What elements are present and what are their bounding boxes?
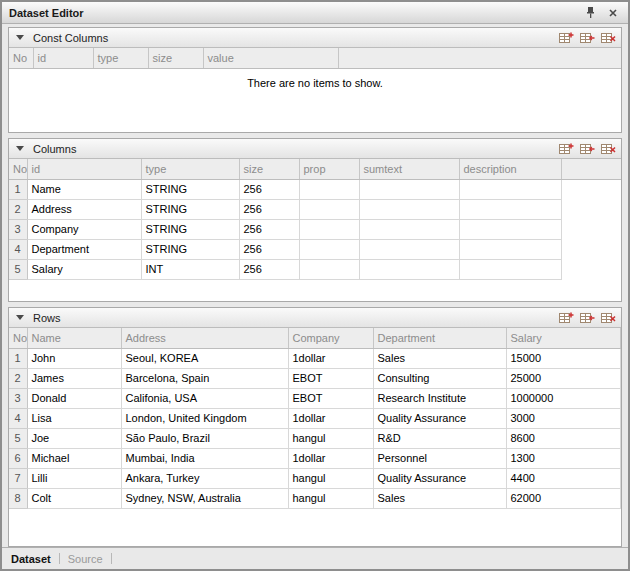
cell[interactable]: 15000 bbox=[506, 348, 621, 368]
column-header-description[interactable]: description bbox=[459, 159, 561, 179]
cell[interactable] bbox=[359, 239, 459, 259]
section-header-const-columns[interactable]: Const Columns bbox=[9, 28, 621, 48]
pin-icon[interactable] bbox=[582, 5, 598, 20]
cell[interactable]: 1dollar bbox=[288, 448, 373, 468]
cell[interactable]: Company bbox=[27, 219, 141, 239]
row-number-cell[interactable]: 4 bbox=[9, 408, 27, 428]
cell[interactable]: London, United Kingdom bbox=[121, 408, 288, 428]
cell[interactable]: Colt bbox=[27, 488, 121, 508]
column-header-id[interactable]: id bbox=[33, 48, 93, 68]
delete-row-icon[interactable] bbox=[599, 310, 617, 326]
chevron-down-icon[interactable] bbox=[13, 142, 27, 156]
cell[interactable] bbox=[459, 259, 561, 279]
table-row[interactable]: 2AddressSTRING256 bbox=[9, 199, 621, 219]
cell[interactable] bbox=[359, 179, 459, 199]
cell[interactable]: 1dollar bbox=[288, 408, 373, 428]
cell[interactable]: 256 bbox=[239, 259, 299, 279]
insert-row-icon[interactable] bbox=[578, 30, 596, 46]
section-header-columns[interactable]: Columns bbox=[9, 139, 621, 159]
column-header-no[interactable]: No bbox=[9, 159, 27, 179]
titlebar[interactable]: Dataset Editor bbox=[2, 2, 628, 24]
chevron-down-icon[interactable] bbox=[13, 311, 27, 325]
column-header-department[interactable]: Department bbox=[373, 328, 506, 348]
cell[interactable]: 256 bbox=[239, 179, 299, 199]
table-row[interactable]: 2JamesBarcelona, SpainEBOTConsulting2500… bbox=[9, 368, 621, 388]
cell[interactable]: Sales bbox=[373, 488, 506, 508]
cell[interactable]: EBOT bbox=[288, 368, 373, 388]
column-header-company[interactable]: Company bbox=[288, 328, 373, 348]
row-number-cell[interactable]: 1 bbox=[9, 348, 27, 368]
cell[interactable]: Salary bbox=[27, 259, 141, 279]
cell[interactable]: Address bbox=[27, 199, 141, 219]
insert-row-icon[interactable] bbox=[578, 310, 596, 326]
cell[interactable]: hangul bbox=[288, 488, 373, 508]
cell[interactable] bbox=[459, 179, 561, 199]
row-number-cell[interactable]: 3 bbox=[9, 219, 27, 239]
cell[interactable]: Mumbai, India bbox=[121, 448, 288, 468]
close-icon[interactable] bbox=[605, 5, 621, 20]
cell[interactable]: Quality Assurance bbox=[373, 468, 506, 488]
column-header-size[interactable]: size bbox=[148, 48, 203, 68]
row-number-cell[interactable]: 2 bbox=[9, 368, 27, 388]
cell[interactable]: Seoul, KOREA bbox=[121, 348, 288, 368]
insert-row-icon[interactable] bbox=[578, 141, 596, 157]
row-number-cell[interactable]: 5 bbox=[9, 259, 27, 279]
table-row[interactable]: 3DonaldCalifonia, USAEBOTResearch Instit… bbox=[9, 388, 621, 408]
delete-row-icon[interactable] bbox=[599, 141, 617, 157]
cell[interactable]: Lilli bbox=[27, 468, 121, 488]
cell[interactable] bbox=[459, 239, 561, 259]
cell[interactable] bbox=[299, 259, 359, 279]
tab-dataset[interactable]: Dataset bbox=[11, 553, 51, 565]
column-header-prop[interactable]: prop bbox=[299, 159, 359, 179]
cell[interactable]: STRING bbox=[141, 219, 239, 239]
cell[interactable]: Ankara, Turkey bbox=[121, 468, 288, 488]
row-number-cell[interactable]: 5 bbox=[9, 428, 27, 448]
cell[interactable]: STRING bbox=[141, 239, 239, 259]
cell[interactable] bbox=[359, 199, 459, 219]
column-header-salary[interactable]: Salary bbox=[506, 328, 621, 348]
cell[interactable]: 4400 bbox=[506, 468, 621, 488]
cell[interactable]: hangul bbox=[288, 468, 373, 488]
cell[interactable] bbox=[299, 219, 359, 239]
cell[interactable]: 256 bbox=[239, 199, 299, 219]
delete-row-icon[interactable] bbox=[599, 30, 617, 46]
cell[interactable]: 256 bbox=[239, 219, 299, 239]
cell[interactable]: Barcelona, Spain bbox=[121, 368, 288, 388]
cell[interactable]: Lisa bbox=[27, 408, 121, 428]
cell[interactable]: EBOT bbox=[288, 388, 373, 408]
row-number-cell[interactable]: 4 bbox=[9, 239, 27, 259]
table-row[interactable]: 6MichaelMumbai, India1dollarPersonnel130… bbox=[9, 448, 621, 468]
cell[interactable]: Personnel bbox=[373, 448, 506, 468]
chevron-down-icon[interactable] bbox=[13, 31, 27, 45]
table-row[interactable]: 4LisaLondon, United Kingdom1dollarQualit… bbox=[9, 408, 621, 428]
table-row[interactable]: 5SalaryINT256 bbox=[9, 259, 621, 279]
add-row-icon[interactable] bbox=[557, 310, 575, 326]
column-header-id[interactable]: id bbox=[27, 159, 141, 179]
column-header-sumtext[interactable]: sumtext bbox=[359, 159, 459, 179]
row-number-cell[interactable]: 8 bbox=[9, 488, 27, 508]
table-row[interactable]: 8ColtSydney, NSW, AustraliahangulSales62… bbox=[9, 488, 621, 508]
cell[interactable]: R&D bbox=[373, 428, 506, 448]
cell[interactable]: Donald bbox=[27, 388, 121, 408]
cell[interactable] bbox=[359, 219, 459, 239]
cell[interactable]: STRING bbox=[141, 179, 239, 199]
column-header-address[interactable]: Address bbox=[121, 328, 288, 348]
cell[interactable]: São Paulo, Brazil bbox=[121, 428, 288, 448]
cell[interactable] bbox=[299, 179, 359, 199]
table-row[interactable]: 3CompanySTRING256 bbox=[9, 219, 621, 239]
column-header-no[interactable]: No bbox=[9, 48, 33, 68]
cell[interactable] bbox=[299, 239, 359, 259]
table-row[interactable]: 1NameSTRING256 bbox=[9, 179, 621, 199]
add-row-icon[interactable] bbox=[557, 30, 575, 46]
cell[interactable]: John bbox=[27, 348, 121, 368]
table-row[interactable]: 7LilliAnkara, TurkeyhangulQuality Assura… bbox=[9, 468, 621, 488]
tab-source[interactable]: Source bbox=[68, 553, 103, 565]
cell[interactable]: 25000 bbox=[506, 368, 621, 388]
column-header-type[interactable]: type bbox=[93, 48, 148, 68]
cell[interactable]: 8600 bbox=[506, 428, 621, 448]
column-header-type[interactable]: type bbox=[141, 159, 239, 179]
add-row-icon[interactable] bbox=[557, 141, 575, 157]
cell[interactable]: Name bbox=[27, 179, 141, 199]
section-header-rows[interactable]: Rows bbox=[9, 308, 621, 328]
cell[interactable] bbox=[299, 199, 359, 219]
